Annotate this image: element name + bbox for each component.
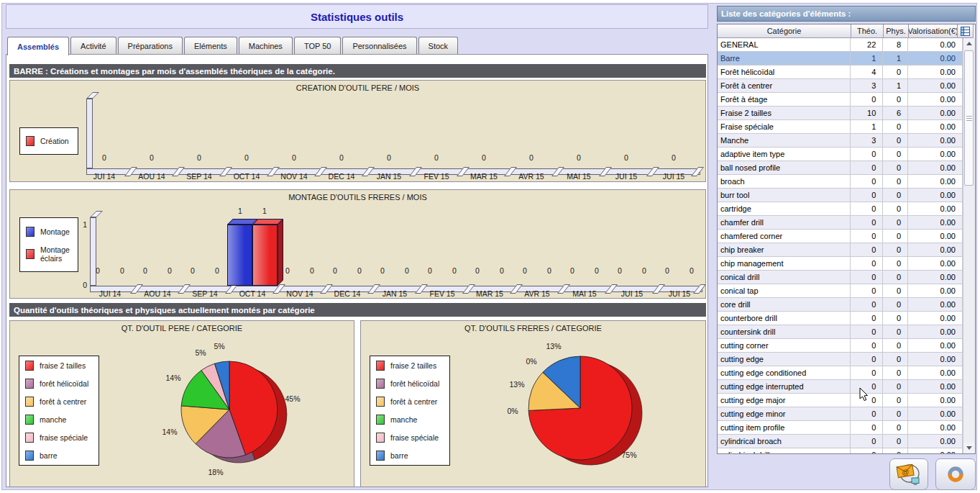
table-row[interactable]: core drill000.00 <box>718 298 963 312</box>
value-cell: 0 <box>851 230 883 243</box>
table-row[interactable]: cutting edge conditioned000.00 <box>718 366 963 380</box>
table-row[interactable]: Forêt hélicoïdal400.00 <box>718 65 963 79</box>
table-row[interactable]: GENERAL2280.00 <box>718 38 963 52</box>
tab-machines[interactable]: Machines <box>239 37 293 54</box>
category-cell: Fraise spéciale <box>718 120 851 133</box>
value-cell: 0 <box>851 284 883 297</box>
arrow-up-icon <box>966 42 972 45</box>
table-grid-icon-button[interactable] <box>958 24 974 38</box>
column-header-cat-gorie[interactable]: Catégorie <box>718 24 851 38</box>
table-row[interactable]: burr tool000.00 <box>718 189 963 202</box>
value-label: 0 <box>477 153 491 162</box>
table-row[interactable]: chamfer drill000.00 <box>718 216 963 230</box>
value-cell: 0 <box>851 148 883 160</box>
ring-button[interactable] <box>935 458 976 490</box>
value-cell: 0 <box>851 175 883 188</box>
value-cell: 22 <box>851 38 883 51</box>
column-header-phys-[interactable]: Phys. <box>884 24 909 38</box>
bar-montage-eclairs <box>252 225 278 286</box>
table-row[interactable]: broach000.00 <box>718 175 963 189</box>
table-row[interactable]: cutting corner000.00 <box>718 339 963 353</box>
table-row[interactable]: cartridge000.00 <box>718 202 963 216</box>
value-cell: 0 <box>883 65 908 78</box>
table-row[interactable]: conical tap000.00 <box>718 284 963 298</box>
table-row[interactable]: cutting edge interrupted000.00 <box>718 380 963 394</box>
scrollbar-thumb[interactable] <box>964 50 974 186</box>
x-axis-label: AVR 15 <box>517 289 557 298</box>
value-label: 1 <box>257 207 272 215</box>
value-cell: 0 <box>883 353 908 366</box>
y-axis <box>90 217 96 286</box>
legend-label: Montage <box>40 227 70 236</box>
legend-label: forêt à centrer <box>40 397 86 406</box>
category-cell: Forêt hélicoïdal <box>718 65 851 78</box>
value-label: 0 <box>375 266 390 275</box>
table-row[interactable]: cutting edge000.00 <box>718 353 963 366</box>
table-row[interactable]: conical drill000.00 <box>718 271 963 284</box>
column-header-valorisation-[interactable]: Valorisation(€) <box>909 24 958 38</box>
bar-chart-creation: CREATION D'OUTIL PERE / MOIS JUI 140AOU … <box>9 80 706 182</box>
pie-percent-label: 5% <box>195 348 206 357</box>
table-row[interactable]: chamfered corner000.00 <box>718 230 963 243</box>
legend-item: fraise 2 tailles <box>370 361 449 371</box>
scroll-down-button[interactable] <box>963 443 975 453</box>
tab-assembl-s[interactable]: Assemblés <box>7 37 69 55</box>
table-scrollbar[interactable] <box>963 38 975 453</box>
table-row[interactable]: cutting item profile000.00 <box>718 421 963 435</box>
table-row[interactable]: cutting edge major000.00 <box>718 394 963 407</box>
tab-bar: AssemblésActivitéPréparationsElémentsMac… <box>7 37 458 55</box>
table-row[interactable]: counterbore drill000.00 <box>718 312 963 325</box>
category-cell: Forêt à étage <box>718 93 851 106</box>
table-row[interactable]: Fraise 2 tailles1060.00 <box>718 107 963 120</box>
table-row[interactable]: ball nosed profile000.00 <box>718 161 963 175</box>
legend-item: Montage éclairs <box>20 245 78 263</box>
table-row[interactable]: Fraise spéciale100.00 <box>718 120 963 134</box>
value-cell: 0 <box>883 380 908 393</box>
x-axis-label: NOV 14 <box>280 289 320 298</box>
table-row[interactable]: chip management000.00 <box>718 257 963 271</box>
table-row[interactable]: cylindrical drill000.00 <box>718 448 963 453</box>
legend-label: fraise 2 tailles <box>40 361 86 370</box>
tab-top-50[interactable]: TOP 50 <box>294 37 342 54</box>
value-label: 0 <box>660 266 674 275</box>
scroll-up-button[interactable] <box>963 38 975 49</box>
value-cell: 0.00 <box>908 394 963 407</box>
column-header-th-o-[interactable]: Théo. <box>851 24 884 38</box>
tab-el-ments[interactable]: Eléments <box>184 37 237 54</box>
table-row[interactable]: countersink drill000.00 <box>718 325 963 339</box>
table-row[interactable]: Forêt à centrer310.00 <box>718 79 963 93</box>
tab-pr-parations[interactable]: Préparations <box>118 37 183 54</box>
category-cell: chamfered corner <box>718 230 851 243</box>
tab-activit-[interactable]: Activité <box>70 37 116 54</box>
page-title: Statistiques outils <box>311 11 403 23</box>
value-label: 0 <box>542 266 557 275</box>
tab-personnalis-es[interactable]: Personnalisées <box>342 37 416 54</box>
value-cell: 0.00 <box>908 243 963 256</box>
table-row[interactable]: chip breaker000.00 <box>718 243 963 257</box>
table-row[interactable]: adaptive item type000.00 <box>718 148 963 161</box>
tab-stock[interactable]: Stock <box>418 37 459 54</box>
value-label: 0 <box>280 266 295 275</box>
pie-percent-label: 13% <box>546 342 561 350</box>
legend-label: forêt hélicoïdal <box>390 379 439 388</box>
legend-item: forêt hélicoïdal <box>19 379 99 389</box>
table-row[interactable]: Manche300.00 <box>718 134 963 148</box>
category-cell: conical tap <box>718 284 851 297</box>
value-cell: 0 <box>883 216 908 229</box>
value-cell: 0.00 <box>908 435 963 448</box>
table-row[interactable]: cylindrical broach000.00 <box>718 435 963 448</box>
chart-legend: fraise 2 taillesforêt hélicoïdalforêt à … <box>370 356 450 466</box>
value-cell: 0 <box>851 312 883 325</box>
value-cell: 0 <box>851 325 883 338</box>
table-row[interactable]: Barre110.00 <box>718 52 963 65</box>
chart-legend: fraise 2 taillesforêt hélicoïdalforêt à … <box>19 356 99 466</box>
table-row[interactable]: cutting edge minor000.00 <box>718 407 963 421</box>
email-export-button[interactable]: @ <box>889 458 928 490</box>
legend-swatch-icon <box>376 451 385 461</box>
legend-item: forêt à centrer <box>370 397 449 407</box>
value-cell: 0 <box>883 448 908 453</box>
legend-label: manche <box>390 415 417 424</box>
table-row[interactable]: Forêt à étage000.00 <box>718 93 963 107</box>
value-cell: 0 <box>851 189 883 202</box>
value-label: 0 <box>524 153 539 162</box>
